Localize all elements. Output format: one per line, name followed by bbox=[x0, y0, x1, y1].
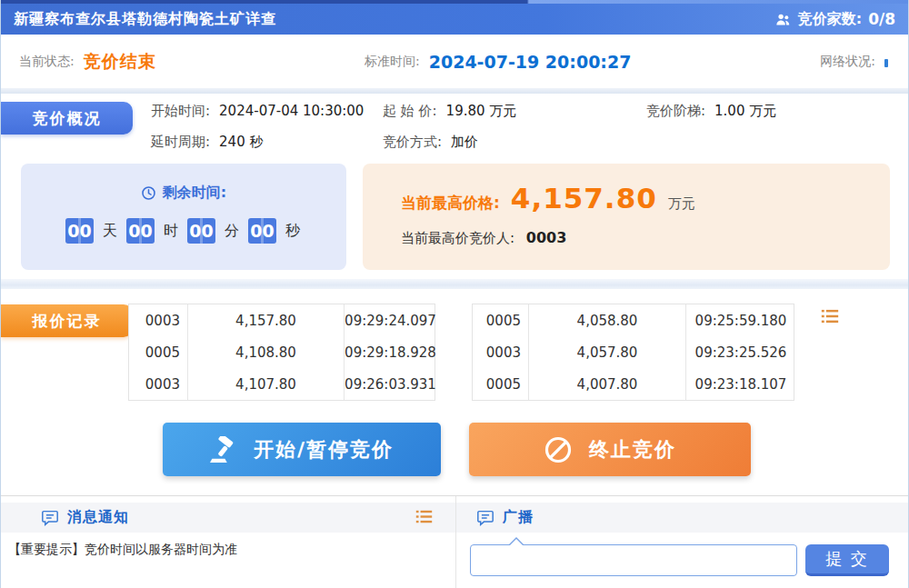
highest-price-row: 当前最高价格: 4,157.80 万元 bbox=[401, 182, 890, 214]
step-value: 1.00 万元 bbox=[714, 103, 776, 120]
bidder-cell: 0003 bbox=[129, 304, 188, 336]
status-value: 竞价结束 bbox=[84, 50, 156, 74]
separator bbox=[1, 88, 908, 94]
users-icon bbox=[774, 11, 792, 28]
time-cell: 09:23:25.526 bbox=[686, 336, 795, 368]
network-status: 网络状况: bbox=[820, 35, 888, 88]
price-cell: 4,007.80 bbox=[529, 368, 686, 400]
hours-unit: 时 bbox=[164, 222, 178, 241]
bubble-notch bbox=[509, 537, 524, 544]
bidder-cell: 0005 bbox=[129, 336, 188, 368]
bidder-count: 竞价家数: 0/8 bbox=[774, 10, 895, 29]
hours-value: 00 bbox=[126, 218, 155, 244]
bidder-count-label: 竞价家数: bbox=[798, 10, 862, 29]
start-price-field: 起 始 价: 19.80 万元 bbox=[383, 103, 516, 120]
highest-bidder-value: 0003 bbox=[526, 229, 567, 246]
chat-icon bbox=[41, 510, 59, 526]
bidder-cell: 0005 bbox=[473, 304, 529, 336]
price-cell: 4,057.80 bbox=[529, 336, 686, 368]
clock-icon bbox=[141, 185, 156, 201]
price-cell: 4,107.80 bbox=[188, 368, 345, 400]
table-row: 0005 4,007.80 09:23:18.107 bbox=[473, 368, 795, 400]
method-label: 竞价方式: bbox=[383, 134, 442, 151]
bidder-cell: 0003 bbox=[473, 336, 529, 368]
start-time-field: 开始时间: 2024-07-04 10:30:00 bbox=[151, 103, 364, 120]
network-label: 网络状况: bbox=[820, 54, 875, 70]
status-bar: 当前状态: 竞价结束 标准时间: 2024-07-19 20:00:27 网络状… bbox=[1, 35, 908, 88]
table-row: 0003 4,107.80 09:26:03.931 bbox=[129, 368, 436, 400]
time-cell: 09:25:59.180 bbox=[686, 304, 795, 336]
delay-label: 延时周期: bbox=[151, 134, 210, 151]
submit-button[interactable]: 提 交 bbox=[805, 544, 889, 576]
days-value: 00 bbox=[65, 218, 94, 244]
time-cell: 09:29:18.928 bbox=[345, 336, 436, 368]
records-table-left: 0003 4,157.80 09:29:24.097 0005 4,108.80… bbox=[128, 304, 435, 401]
current-status: 当前状态: 竞价结束 bbox=[19, 35, 156, 88]
countdown-timer: 00 天 00 时 00 分 00 秒 bbox=[21, 218, 346, 244]
overview-tag: 竞价概况 bbox=[1, 102, 133, 135]
price-cell: 4,058.80 bbox=[529, 304, 686, 336]
stop-label: 终止竞价 bbox=[589, 436, 676, 463]
delay-field: 延时周期: 240 秒 bbox=[151, 134, 263, 151]
delay-value: 240 秒 bbox=[219, 134, 263, 151]
seconds-value: 00 bbox=[248, 218, 276, 244]
method-value: 加价 bbox=[451, 134, 478, 151]
page-title: 新疆察布查尔县塔勒德村陶瓷土矿详查 bbox=[14, 10, 276, 29]
minutes-unit: 分 bbox=[225, 222, 239, 241]
start-time-value: 2024-07-04 10:30:00 bbox=[219, 103, 364, 120]
records-list-icon[interactable] bbox=[820, 308, 840, 326]
auction-page: 新疆察布查尔县塔勒德村陶瓷土矿详查 竞价家数: 0/8 当前状态: 竞价结束 标… bbox=[0, 0, 909, 588]
table-row: 0003 4,057.80 09:23:25.526 bbox=[473, 336, 795, 368]
start-pause-button[interactable]: 开始/暂停竞价 bbox=[163, 423, 441, 476]
bidder-cell: 0005 bbox=[473, 368, 529, 400]
method-field: 竞价方式: 加价 bbox=[383, 134, 478, 151]
start-price-value: 19.80 万元 bbox=[446, 103, 517, 120]
standard-time: 标准时间: 2024-07-19 20:00:27 bbox=[365, 35, 631, 88]
highest-price-label: 当前最高价格: bbox=[401, 193, 500, 214]
records-tag: 报价记录 bbox=[1, 304, 133, 337]
step-field: 竞价阶梯: 1.00 万元 bbox=[646, 103, 776, 120]
start-pause-label: 开始/暂停竞价 bbox=[254, 436, 394, 463]
highest-price-panel: 当前最高价格: 4,157.80 万元 当前最高价竞价人: 0003 bbox=[363, 164, 890, 270]
stop-button[interactable]: 终止竞价 bbox=[469, 423, 751, 476]
records-table-right: 0005 4,058.80 09:25:59.180 0003 4,057.80… bbox=[472, 304, 794, 401]
highest-bidder-label: 当前最高价竞价人: bbox=[401, 230, 514, 246]
status-label: 当前状态: bbox=[19, 54, 75, 70]
highest-price-unit: 万元 bbox=[668, 195, 695, 213]
highest-price-value: 4,157.80 bbox=[511, 182, 657, 214]
chat-icon bbox=[476, 510, 494, 526]
broadcast-input[interactable] bbox=[470, 544, 797, 576]
messages-title: 消息通知 bbox=[67, 508, 129, 527]
seconds-unit: 秒 bbox=[285, 222, 300, 241]
gavel-icon bbox=[210, 436, 237, 463]
separator bbox=[1, 279, 908, 289]
start-price-label: 起 始 价: bbox=[383, 103, 437, 120]
countdown-panel: 剩余时间: 00 天 00 时 00 分 00 秒 bbox=[21, 164, 346, 270]
time-value: 2024-07-19 20:00:27 bbox=[429, 52, 632, 72]
minutes-value: 00 bbox=[187, 218, 215, 244]
time-cell: 09:26:03.931 bbox=[345, 368, 436, 400]
messages-panel: 消息通知 【重要提示】竞价时间以服务器时间为准 bbox=[1, 496, 455, 588]
table-row: 0003 4,157.80 09:29:24.097 bbox=[129, 304, 436, 336]
price-cell: 4,108.80 bbox=[188, 336, 345, 368]
countdown-title: 剩余时间: bbox=[163, 184, 226, 203]
title-bar: 新疆察布查尔县塔勒德村陶瓷土矿详查 竞价家数: 0/8 bbox=[1, 4, 908, 35]
bidder-count-value: 0/8 bbox=[868, 10, 895, 28]
step-label: 竞价阶梯: bbox=[646, 103, 705, 120]
highest-bidder-row: 当前最高价竞价人: 0003 bbox=[401, 229, 890, 247]
messages-list-icon[interactable] bbox=[414, 509, 434, 527]
time-cell: 09:29:24.097 bbox=[345, 304, 436, 336]
notice-message: 【重要提示】竞价时间以服务器时间为准 bbox=[8, 542, 455, 558]
messages-header: 消息通知 bbox=[1, 503, 455, 533]
broadcast-panel: 广播 提 交 bbox=[455, 496, 909, 588]
time-cell: 09:23:18.107 bbox=[686, 368, 795, 400]
price-cell: 4,157.80 bbox=[188, 304, 345, 336]
table-row: 0005 4,058.80 09:25:59.180 bbox=[473, 304, 795, 336]
table-row: 0005 4,108.80 09:29:18.928 bbox=[129, 336, 436, 368]
start-time-label: 开始时间: bbox=[151, 103, 210, 120]
broadcast-header: 广播 bbox=[456, 503, 909, 533]
bidder-cell: 0003 bbox=[129, 368, 188, 400]
broadcast-input-row: 提 交 bbox=[456, 544, 909, 576]
signal-icon bbox=[884, 59, 888, 67]
broadcast-title: 广播 bbox=[503, 508, 534, 527]
